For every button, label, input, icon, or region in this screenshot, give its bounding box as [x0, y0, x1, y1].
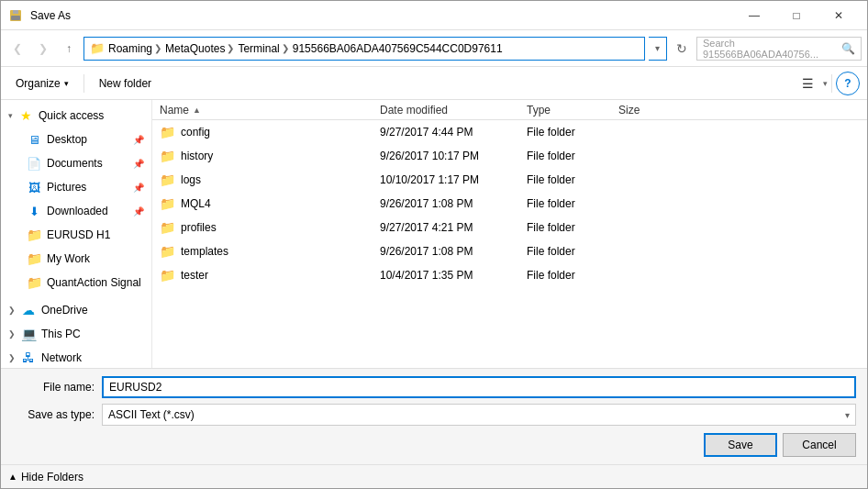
file-cell-type: File folder — [527, 126, 618, 139]
window-title: Save As — [30, 9, 71, 22]
pin-icon-docs: 📌 — [133, 159, 144, 169]
view-button[interactable]: ☰ — [796, 72, 819, 95]
search-box[interactable]: Search 915566BA06ADA40756... 🔍 — [696, 37, 862, 61]
file-cell-type: File folder — [527, 197, 618, 210]
path-roaming: Roaming ❯ — [108, 42, 161, 55]
network-icon: 🖧 — [21, 350, 36, 365]
file-name-text: logs — [181, 173, 201, 186]
main-content: ▾ ★ Quick access 🖥 Desktop 📌 📄 Documents… — [1, 100, 867, 368]
column-header-type[interactable]: Type — [527, 104, 618, 117]
path-metaquotes: MetaQuotes ❯ — [165, 42, 234, 55]
file-cell-name: 📁 config — [160, 125, 380, 139]
bottom-area: File name: Save as type: ASCII Text (*.c… — [1, 368, 867, 464]
chevron-right-icon: ❯ — [8, 306, 16, 315]
svg-rect-1 — [13, 10, 18, 14]
file-cell-type: File folder — [527, 245, 618, 258]
select-arrow-icon: ▾ — [845, 410, 850, 420]
table-row[interactable]: 📁 MQL4 9/26/2017 1:08 PM File folder — [152, 192, 867, 216]
sidebar: ▾ ★ Quick access 🖥 Desktop 📌 📄 Documents… — [1, 100, 152, 368]
title-bar-left: Save As — [8, 8, 71, 23]
up-button[interactable]: ↑ — [58, 38, 80, 60]
chevron-icon: ❯ — [227, 43, 234, 53]
table-row[interactable]: 📁 templates 9/26/2017 1:08 PM File folde… — [152, 239, 867, 263]
folder-icon: 📁 — [160, 149, 175, 163]
column-header-date[interactable]: Date modified — [380, 104, 527, 117]
refresh-button[interactable]: ↻ — [671, 38, 693, 60]
sidebar-item-pictures[interactable]: 🖼 Pictures 📌 — [1, 175, 151, 199]
file-cell-date: 10/4/2017 1:35 PM — [380, 269, 527, 282]
column-header-size[interactable]: Size — [618, 104, 692, 117]
address-path[interactable]: 📁 Roaming ❯ MetaQuotes ❯ Terminal ❯ 9155… — [83, 37, 645, 61]
folder-icon: 📁 — [160, 172, 175, 187]
svg-rect-2 — [11, 16, 20, 20]
folder-icon: 📁 — [160, 268, 175, 283]
search-icon: 🔍 — [841, 42, 855, 55]
column-header-name[interactable]: Name ▲ — [160, 104, 380, 117]
table-row[interactable]: 📁 config 9/27/2017 4:44 PM File folder — [152, 120, 867, 144]
sidebar-item-network[interactable]: ❯ 🖧 Network — [1, 346, 151, 368]
table-row[interactable]: 📁 logs 10/10/2017 1:17 PM File folder — [152, 168, 867, 192]
folder-icon: 📁 — [160, 125, 175, 139]
file-cell-name: 📁 logs — [160, 172, 380, 187]
organize-button[interactable]: Organize ▾ — [8, 72, 76, 95]
sidebar-item-quick-access[interactable]: ▾ ★ Quick access — [1, 104, 151, 128]
window-icon — [8, 8, 23, 23]
table-row[interactable]: 📁 history 9/26/2017 10:17 PM File folder — [152, 144, 867, 168]
toolbar-divider — [83, 74, 84, 93]
file-area: Name ▲ Date modified Type Size 📁 config … — [152, 100, 867, 368]
sidebar-item-thispc[interactable]: ❯ 💻 This PC — [1, 322, 151, 346]
close-button[interactable]: ✕ — [818, 1, 860, 30]
sidebar-item-documents[interactable]: 📄 Documents 📌 — [1, 151, 151, 175]
chevron-right-icon-net: ❯ — [8, 353, 16, 362]
sidebar-item-mywork[interactable]: 📁 My Work — [1, 247, 151, 271]
table-row[interactable]: 📁 profiles 9/27/2017 4:21 PM File folder — [152, 216, 867, 239]
sidebar-item-downloaded[interactable]: ⬇ Downloaded 📌 — [1, 199, 151, 223]
toolbar-right: ☰ ▾ ? — [796, 72, 860, 95]
quick-access-icon: ★ — [18, 108, 33, 123]
hide-folders-toggle[interactable]: ▲ Hide Folders — [1, 464, 867, 488]
title-bar: Save As — □ ✕ — [1, 1, 867, 30]
toolbar: Organize ▾ New folder ☰ ▾ ? — [1, 67, 867, 100]
path-terminal: Terminal ❯ — [238, 42, 288, 55]
onedrive-icon: ☁ — [21, 303, 36, 317]
sidebar-item-quantaction[interactable]: 📁 QuantAction Signal — [1, 271, 151, 295]
chevron-up-icon: ▲ — [8, 472, 17, 482]
thispc-icon: 💻 — [21, 327, 36, 341]
sort-arrow-icon: ▲ — [193, 106, 201, 115]
chevron-right-icon-pc: ❯ — [8, 329, 16, 339]
chevron-icon: ❯ — [154, 43, 161, 53]
toolbar-divider-2 — [831, 74, 832, 93]
sidebar-item-onedrive[interactable]: ❯ ☁ OneDrive — [1, 298, 151, 322]
save-button[interactable]: Save — [704, 433, 777, 457]
folder-icon: 📁 — [160, 244, 175, 259]
view-chevron-icon: ▾ — [823, 79, 828, 88]
file-cell-date: 9/26/2017 1:08 PM — [380, 245, 527, 258]
maximize-button[interactable]: □ — [775, 1, 818, 30]
filename-row: File name: — [12, 376, 856, 398]
path-id: 915566BA06ADA407569C544CC0D97611 — [293, 42, 503, 55]
minimize-button[interactable]: — — [733, 1, 775, 30]
file-name-text: profiles — [181, 221, 217, 234]
address-bar: ❮ ❯ ↑ 📁 Roaming ❯ MetaQuotes ❯ Terminal … — [1, 30, 867, 67]
address-dropdown[interactable]: ▾ — [649, 37, 667, 61]
eurusd-folder-icon: 📁 — [27, 228, 41, 242]
sidebar-item-desktop[interactable]: 🖥 Desktop 📌 — [1, 128, 151, 151]
chevron-down-icon: ▾ — [8, 111, 13, 120]
chevron-icon: ❯ — [282, 43, 289, 53]
organize-chevron-icon: ▾ — [64, 79, 69, 88]
filetype-select[interactable]: ASCII Text (*.csv) ▾ — [102, 404, 856, 426]
filename-input[interactable] — [102, 376, 856, 398]
forward-button[interactable]: ❯ — [32, 38, 54, 60]
file-cell-type: File folder — [527, 150, 618, 162]
sidebar-item-eurusd[interactable]: 📁 EURUSD H1 — [1, 223, 151, 247]
table-row[interactable]: 📁 tester 10/4/2017 1:35 PM File folder — [152, 263, 867, 287]
back-button[interactable]: ❮ — [6, 38, 28, 60]
help-button[interactable]: ? — [836, 72, 860, 95]
file-cell-date: 9/26/2017 10:17 PM — [380, 150, 527, 162]
cancel-button[interactable]: Cancel — [783, 433, 856, 457]
file-name-text: tester — [181, 269, 208, 282]
new-folder-button[interactable]: New folder — [92, 72, 159, 95]
file-cell-name: 📁 templates — [160, 244, 380, 259]
path-folder-icon: 📁 — [90, 41, 105, 55]
title-bar-controls: — □ ✕ — [733, 1, 860, 30]
